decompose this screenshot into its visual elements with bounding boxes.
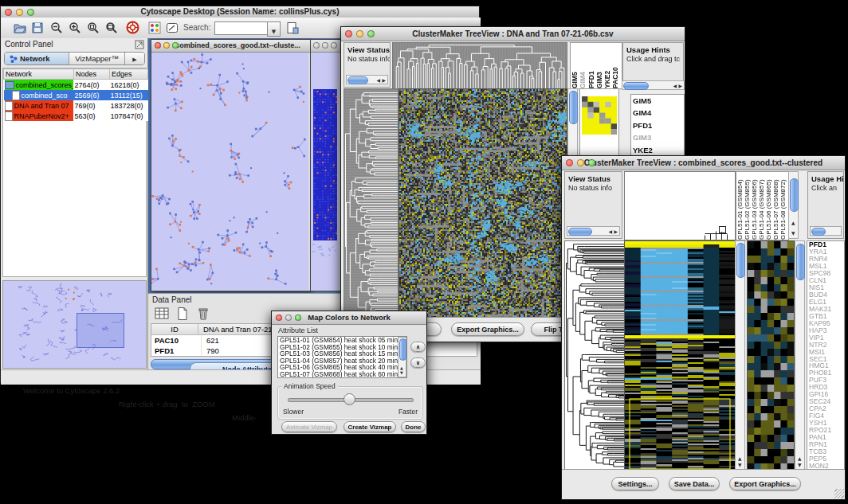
minimize-icon[interactable]: [577, 159, 584, 166]
global-heatmap-canvas[interactable]: [624, 240, 736, 471]
column-label[interactable]: GPL51-01 (GSM854): [736, 172, 744, 240]
column-header-nodes[interactable]: Nodes: [74, 69, 110, 80]
network-view-2-title-bar[interactable]: [311, 40, 340, 53]
column-label[interactable]: GPL51-06 (GSM865): [765, 172, 772, 240]
column-labels-vscrollbar[interactable]: ▲ ▼: [788, 171, 799, 239]
close-icon[interactable]: [345, 30, 352, 37]
zoom-out-icon[interactable]: [50, 21, 63, 34]
new-attribute-icon[interactable]: [175, 307, 190, 321]
table-header-id[interactable]: ID: [151, 324, 198, 334]
network-overview-panel[interactable]: [2, 280, 147, 369]
float-panel-icon[interactable]: [135, 40, 144, 49]
speed-slider-thumb[interactable]: [344, 393, 355, 405]
network-view-title-bar[interactable]: combined_scores_good.txt--cluste...: [151, 40, 310, 53]
save-data-button[interactable]: Save Data...: [669, 477, 720, 490]
done-button[interactable]: Done: [401, 421, 426, 432]
network-row-combined-scores[interactable]: combined_scores_ 2764(0) 16218(0): [4, 80, 148, 91]
settings-button[interactable]: Settings...: [611, 477, 659, 490]
scroll-left-icon[interactable]: ◀: [376, 78, 380, 83]
network-overview-canvas[interactable]: [3, 281, 146, 368]
vizmapper-icon[interactable]: [148, 21, 161, 34]
attribute-list-vscrollbar[interactable]: ▲ ▼: [398, 337, 406, 377]
minimize-icon[interactable]: [322, 42, 328, 49]
column-label[interactable]: PFD1: [587, 43, 595, 88]
network-row-combined-sco-selected[interactable]: combined_sco 2569(6) 13112(15): [4, 90, 148, 100]
gene-label[interactable]: GIM4: [633, 107, 684, 119]
scroll-right-icon[interactable]: ▶: [614, 229, 618, 234]
export-graphics-button[interactable]: Export Graphics...: [729, 477, 801, 490]
gene-label[interactable]: GIM3: [633, 131, 684, 143]
minimize-icon[interactable]: [16, 9, 23, 16]
minimize-icon[interactable]: [163, 42, 170, 49]
help-lifering-icon[interactable]: [126, 21, 139, 34]
column-label[interactable]: GPL51-04 (GSM857): [758, 172, 765, 240]
open-file-icon[interactable]: [14, 21, 26, 34]
zoom-fit-icon[interactable]: [105, 21, 118, 34]
gene-label[interactable]: YKE2: [633, 144, 684, 156]
column-label[interactable]: YKE2: [603, 43, 611, 88]
scroll-up-icon[interactable]: ▲: [791, 221, 795, 225]
create-vizmap-button[interactable]: Create Vizmap: [344, 421, 396, 432]
resize-grip[interactable]: [834, 489, 844, 498]
select-attributes-icon[interactable]: [155, 307, 169, 321]
scroll-up-icon[interactable]: ▲: [798, 456, 802, 461]
minimize-icon[interactable]: [285, 315, 292, 321]
attribute-list-item[interactable]: GPL51-07 (GSM868) heat shock 60 min: [280, 371, 406, 378]
tab-overflow-arrow[interactable]: ▶: [125, 53, 144, 64]
close-icon[interactable]: [5, 9, 12, 16]
tab-network[interactable]: Network: [5, 53, 69, 64]
main-title-bar[interactable]: Cytoscape Desktop (Session Name: collins…: [1, 6, 479, 18]
scroll-left-icon[interactable]: ◀: [673, 84, 677, 88]
animate-vizmap-button[interactable]: Animate Vizmap: [281, 421, 337, 432]
zoom-vscrollbar[interactable]: ▲ ▼: [795, 240, 805, 470]
column-label[interactable]: GIM3: [595, 43, 603, 88]
column-header-edges[interactable]: Edges: [110, 69, 148, 80]
scroll-up-icon[interactable]: ▲: [738, 456, 742, 461]
heatmap-vscrollbar[interactable]: ▲ ▼: [735, 240, 745, 470]
column-label[interactable]: GPL51-02 (GSM855): [744, 172, 751, 240]
zoom-selected-icon[interactable]: [87, 21, 100, 34]
close-icon[interactable]: [566, 159, 573, 166]
zoom-in-icon[interactable]: [69, 21, 81, 34]
delete-attribute-trash-icon[interactable]: [196, 307, 210, 321]
treeview-combined-title-bar[interactable]: ClusterMaker TreeView : combined_scores_…: [562, 156, 845, 170]
usage-hscrollbar[interactable]: [810, 226, 842, 236]
close-icon[interactable]: [155, 42, 161, 49]
gene-dendrogram-canvas[interactable]: [344, 88, 398, 319]
minimize-icon[interactable]: [356, 30, 363, 37]
attribute-browser-icon[interactable]: [286, 21, 299, 34]
column-label[interactable]: GPL51-08 (GSM872): [779, 172, 787, 240]
column-dendrogram-canvas[interactable]: [392, 42, 567, 89]
labels-hscrollbar[interactable]: ◀ ▶: [622, 80, 685, 90]
scroll-down-icon[interactable]: ▼: [798, 463, 802, 467]
column-label[interactable]: GIM5: [571, 43, 579, 88]
annotation-icon[interactable]: [166, 21, 179, 34]
search-input[interactable]: [214, 21, 269, 35]
zoom-window-icon[interactable]: [588, 159, 595, 166]
scroll-right-icon[interactable]: ▶: [678, 84, 682, 88]
tab-vizmapper[interactable]: VizMapper™: [69, 53, 125, 64]
column-label[interactable]: GIM4: [579, 43, 587, 88]
column-label[interactable]: GPL51-03 (GSM856): [751, 172, 758, 240]
save-icon[interactable]: [31, 21, 44, 34]
zoom-window-icon[interactable]: [172, 42, 179, 49]
scroll-down-icon[interactable]: ▼: [738, 463, 742, 467]
status-hscrollbar[interactable]: ◀ ▶: [567, 226, 620, 236]
close-icon[interactable]: [276, 315, 282, 321]
column-dendrogram-canvas[interactable]: [624, 171, 736, 240]
zoom-matrix-canvas[interactable]: [582, 96, 617, 135]
scroll-down-icon[interactable]: ▼: [400, 370, 403, 375]
scroll-right-icon[interactable]: ▶: [382, 78, 386, 83]
gene-dendrogram-canvas[interactable]: [564, 240, 625, 471]
search-dropdown-button[interactable]: ▼: [267, 21, 281, 37]
column-label[interactable]: GPL51-07 (GSM868): [772, 172, 779, 240]
gene-label[interactable]: GIM5: [633, 95, 684, 107]
column-label[interactable]: PAC10: [611, 43, 619, 88]
zoom-window-icon[interactable]: [295, 315, 301, 321]
export-graphics-button[interactable]: Export Graphics...: [451, 322, 524, 336]
move-up-button[interactable]: ∧: [410, 342, 426, 352]
treeview-dna-title-bar[interactable]: ClusterMaker TreeView : DNA and Tran 07-…: [341, 27, 685, 41]
column-header-network[interactable]: Network: [4, 69, 74, 80]
scroll-left-icon[interactable]: ◀: [608, 229, 612, 234]
network-row-rnapubernov2[interactable]: RNAPuberNov2+ 563(0) 107847(0): [4, 111, 148, 121]
